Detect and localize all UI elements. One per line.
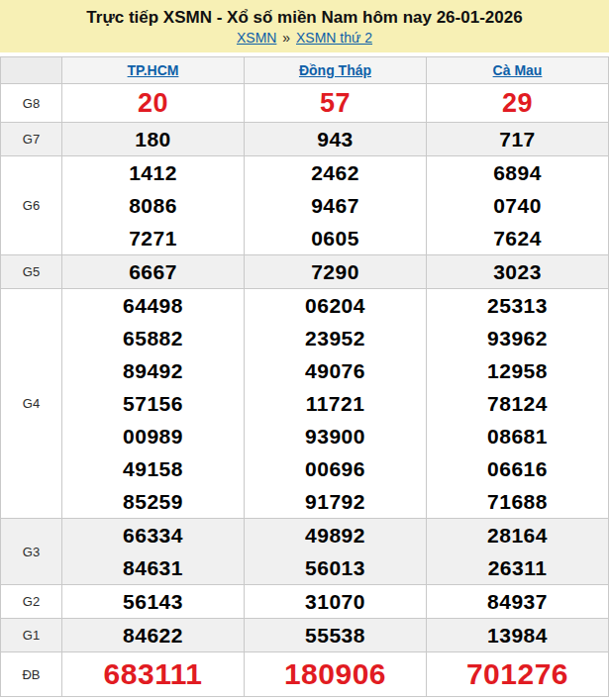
result-number: 180906 xyxy=(245,652,426,696)
result-number: 57 xyxy=(245,84,426,122)
result-number: 6894 xyxy=(427,156,608,189)
table-row: G6141280867271246294670605689407407624 xyxy=(1,156,609,255)
result-number: 49076 xyxy=(245,354,426,387)
result-number: 31070 xyxy=(245,585,426,618)
result-number: 57156 xyxy=(62,387,244,420)
result-number: 6667 xyxy=(62,255,244,288)
result-number: 25313 xyxy=(427,289,608,322)
table-row: G2561433107084937 xyxy=(1,585,609,619)
result-cell: 689407407624 xyxy=(427,156,609,255)
result-number: 180 xyxy=(62,123,244,155)
result-number: 23952 xyxy=(245,322,426,354)
column-link-dong-thap[interactable]: Đồng Tháp xyxy=(299,62,371,78)
result-number: 0605 xyxy=(245,222,426,254)
result-number: 0740 xyxy=(427,189,608,222)
result-number: 64498 xyxy=(62,289,244,322)
result-number: 91792 xyxy=(245,485,426,518)
result-cell: 06204239524907611721939000069691792 xyxy=(245,289,427,519)
result-number: 49158 xyxy=(62,452,244,485)
results-table-wrap: TP.HCM Đồng Tháp Cà Mau G8205729G7180943… xyxy=(0,56,609,697)
result-number: 717 xyxy=(427,123,608,155)
corner-cell xyxy=(1,57,62,84)
table-header-row: TP.HCM Đồng Tháp Cà Mau xyxy=(1,57,609,84)
result-number: 56143 xyxy=(62,585,244,618)
table-row: G464498658828949257156009894915885259062… xyxy=(1,289,609,519)
result-number: 1412 xyxy=(62,156,244,189)
breadcrumb-link-xsmn[interactable]: XSMN xyxy=(237,30,276,46)
result-cell: 943 xyxy=(245,123,427,156)
result-number: 06204 xyxy=(245,289,426,322)
result-number: 71688 xyxy=(427,485,608,518)
table-row: G7180943717 xyxy=(1,123,609,156)
result-cell: 180 xyxy=(62,123,245,156)
result-cell: 141280867271 xyxy=(62,156,245,255)
result-number: 85259 xyxy=(62,485,244,518)
result-number: 55538 xyxy=(245,619,426,651)
prize-label: G3 xyxy=(1,519,62,585)
result-number: 00989 xyxy=(62,420,244,452)
result-number: 12958 xyxy=(427,354,608,387)
result-cell: 4989256013 xyxy=(245,519,427,585)
result-number: 78124 xyxy=(427,387,608,420)
result-number: 683111 xyxy=(62,652,244,696)
column-header-dong-thap: Đồng Tháp xyxy=(245,57,427,84)
result-cell: 683111 xyxy=(62,652,245,697)
table-row: ĐB683111180906701276 xyxy=(1,652,609,697)
breadcrumb: XSMN » XSMN thứ 2 xyxy=(0,28,609,48)
result-number: 7271 xyxy=(62,222,244,254)
result-cell: 6633484631 xyxy=(62,519,245,585)
column-link-tphcm[interactable]: TP.HCM xyxy=(128,62,179,78)
result-cell: 6667 xyxy=(62,255,245,289)
table-row: G5666772903023 xyxy=(1,255,609,289)
result-cell: 56143 xyxy=(62,585,245,619)
result-number: 84631 xyxy=(62,551,244,584)
result-number: 701276 xyxy=(427,652,608,696)
result-number: 13984 xyxy=(427,619,608,651)
prize-label: G7 xyxy=(1,123,62,156)
result-cell: 55538 xyxy=(245,619,427,652)
result-number: 2462 xyxy=(245,156,426,189)
result-cell: 25313939621295878124086810661671688 xyxy=(427,289,609,519)
column-header-tphcm: TP.HCM xyxy=(62,57,245,84)
result-number: 26311 xyxy=(427,551,608,584)
prize-label: G2 xyxy=(1,585,62,619)
result-number: 9467 xyxy=(245,189,426,222)
result-cell: 701276 xyxy=(427,652,609,697)
result-cell: 57 xyxy=(245,84,427,123)
prize-label: G4 xyxy=(1,289,62,519)
result-number: 93962 xyxy=(427,322,608,354)
result-cell: 246294670605 xyxy=(245,156,427,255)
result-number: 7290 xyxy=(245,255,426,288)
result-cell: 717 xyxy=(427,123,609,156)
result-number: 66334 xyxy=(62,519,244,551)
top-banner: Trực tiếp XSMN - Xổ số miền Nam hôm nay … xyxy=(0,0,609,52)
result-cell: 31070 xyxy=(245,585,427,619)
result-cell: 7290 xyxy=(245,255,427,289)
result-number: 49892 xyxy=(245,519,426,551)
prize-label: G1 xyxy=(1,619,62,652)
prize-label: G5 xyxy=(1,255,62,289)
prize-label: G8 xyxy=(1,84,62,123)
page-title: Trực tiếp XSMN - Xổ số miền Nam hôm nay … xyxy=(0,7,609,28)
breadcrumb-link-xsmn-thu-2[interactable]: XSMN thứ 2 xyxy=(296,30,372,46)
result-cell: 29 xyxy=(427,84,609,123)
results-table: TP.HCM Đồng Tháp Cà Mau G8205729G7180943… xyxy=(0,56,609,697)
result-cell: 84937 xyxy=(427,585,609,619)
result-number: 06616 xyxy=(427,452,608,485)
breadcrumb-separator: » xyxy=(280,30,292,46)
table-row: G8205729 xyxy=(1,84,609,123)
result-number: 65882 xyxy=(62,322,244,354)
result-number: 00696 xyxy=(245,452,426,485)
result-number: 20 xyxy=(62,84,244,122)
result-number: 8086 xyxy=(62,189,244,222)
results-tbody: G8205729G7180943717G61412808672712462946… xyxy=(1,84,609,697)
result-number: 56013 xyxy=(245,551,426,584)
result-cell: 13984 xyxy=(427,619,609,652)
result-cell: 20 xyxy=(62,84,245,123)
result-cell: 180906 xyxy=(245,652,427,697)
table-row: G1846225553813984 xyxy=(1,619,609,652)
result-number: 84937 xyxy=(427,585,608,618)
column-header-ca-mau: Cà Mau xyxy=(427,57,609,84)
result-cell: 84622 xyxy=(62,619,245,652)
column-link-ca-mau[interactable]: Cà Mau xyxy=(493,62,543,78)
